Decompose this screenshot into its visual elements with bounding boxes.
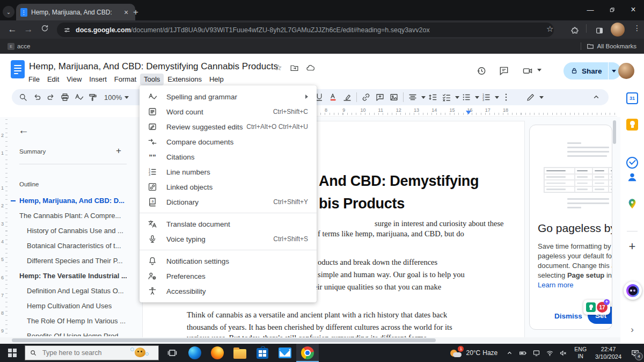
checklist-caret-icon[interactable]	[455, 96, 459, 99]
outline-item[interactable]: Benefits Of Using Hemp Prod...	[27, 332, 124, 336]
menu-item-voice-typing[interactable]: Voice typingCtrl+Shift+S	[140, 231, 317, 247]
star-document-icon[interactable]: ☆	[275, 63, 282, 73]
outline-item[interactable]: Hemp, Marijuana, And CBD: D...	[19, 197, 125, 205]
search-highlights-mascot[interactable]	[135, 347, 145, 357]
align-caret-icon[interactable]	[421, 96, 426, 99]
bookmark-item[interactable]: acce	[17, 43, 30, 49]
vertical-scrollbar-thumb[interactable]	[613, 120, 616, 144]
menu-item-review-suggested-edits[interactable]: Review suggested editsCtrl+Alt+O Ctrl+Al…	[140, 119, 317, 134]
meet-caret-icon[interactable]	[537, 69, 541, 71]
wifi-icon[interactable]	[546, 349, 554, 357]
numbered-list-icon[interactable]: 123	[479, 90, 493, 104]
battery-icon[interactable]	[519, 349, 527, 357]
paint-roller-icon[interactable]	[86, 90, 100, 104]
url-bar[interactable]: docs.google.com/document/d/1JTd8UA9uV93W…	[57, 23, 554, 37]
numbered-caret-icon[interactable]	[495, 96, 499, 99]
menu-item-citations[interactable]: ””Citations	[140, 149, 317, 164]
mail-icon[interactable]	[274, 344, 296, 362]
menu-item-line-numbers[interactable]: 123Line numbers	[140, 164, 317, 179]
align-icon[interactable]	[406, 90, 420, 104]
menu-item-word-count[interactable]: Word countCtrl+Shift+C	[140, 104, 317, 119]
back-icon[interactable]: ←	[4, 24, 20, 35]
lightbulb-extension-icon[interactable]	[586, 302, 596, 312]
reload-icon[interactable]	[36, 24, 53, 35]
highlight-icon[interactable]	[340, 90, 354, 104]
outline-item[interactable]: Botanical Characteristics of t...	[27, 242, 121, 250]
docs-logo-icon[interactable]	[11, 60, 25, 78]
outline-item[interactable]: The Role Of Hemp In Various ...	[27, 317, 126, 325]
menu-item-compare-documents[interactable]: Compare documents	[140, 134, 317, 149]
site-info-icon[interactable]	[63, 26, 71, 34]
all-bookmarks-button[interactable]: All Bookmarks	[597, 43, 637, 49]
taskbar-search-box[interactable]	[25, 345, 159, 360]
undo-icon[interactable]	[30, 90, 44, 104]
window-minimize-button[interactable]: —	[580, 0, 601, 19]
collapse-panel-chevron-icon[interactable]: ›	[626, 324, 638, 336]
menu-file[interactable]: File	[25, 74, 43, 85]
search-icon[interactable]	[16, 90, 30, 104]
new-tab-button[interactable]: +	[133, 8, 138, 17]
extensions-icon[interactable]	[568, 24, 582, 38]
editing-mode-caret-icon[interactable]	[539, 96, 544, 99]
add-comment-icon[interactable]	[373, 90, 387, 104]
dismiss-button[interactable]: Dismiss	[554, 312, 582, 320]
contacts-icon[interactable]	[626, 171, 638, 183]
text-color-icon[interactable]	[326, 90, 340, 104]
redo-icon[interactable]	[44, 90, 58, 104]
ms-store-icon[interactable]	[251, 344, 274, 362]
browser-tab[interactable]: Hemp, Marijuana, And CBD: De ×	[16, 4, 135, 20]
chrome-icon[interactable]	[296, 344, 319, 362]
bullets-caret-icon[interactable]	[475, 96, 479, 99]
cloud-status-icon[interactable]	[306, 63, 315, 73]
taskbar-clock[interactable]: 22:473/10/2024	[595, 345, 621, 361]
version-history-icon[interactable]	[474, 64, 488, 78]
edge-icon[interactable]	[184, 344, 206, 362]
move-folder-icon[interactable]	[290, 63, 299, 73]
menu-edit[interactable]: Edit	[43, 74, 63, 85]
hidden-icons-chevron-icon[interactable]	[506, 349, 514, 357]
task-view-icon[interactable]	[161, 344, 184, 362]
volume-muted-icon[interactable]	[559, 349, 567, 357]
weather-temp[interactable]: 20°C	[466, 349, 480, 357]
document-title[interactable]: Hemp, Marijuana, And CBD: Demystifying C…	[29, 61, 278, 72]
assistant-bubble-icon[interactable]	[624, 281, 642, 300]
menu-item-notification-settings[interactable]: Notification settings	[140, 254, 317, 269]
outline-item[interactable]: Definition And Legal Status O...	[27, 287, 124, 295]
meet-video-icon[interactable]	[521, 64, 535, 78]
menu-item-translate-document[interactable]: Translate document	[140, 216, 317, 231]
learn-more-link[interactable]: Learn more	[538, 281, 573, 289]
side-panel-icon[interactable]	[592, 24, 606, 38]
start-button[interactable]	[0, 344, 25, 362]
menu-item-linked-objects[interactable]: Linked objects	[140, 179, 317, 194]
link-icon[interactable]	[359, 90, 373, 104]
browser-menu-dots-icon[interactable]: ⋮	[633, 24, 641, 32]
firefox-icon[interactable]	[206, 344, 229, 362]
docs-profile-avatar[interactable]	[618, 63, 634, 79]
file-explorer-icon[interactable]	[229, 344, 251, 362]
keep-icon[interactable]	[626, 119, 638, 131]
menu-view[interactable]: View	[63, 74, 85, 85]
menu-format[interactable]: Format	[111, 74, 140, 85]
language-indicator[interactable]: ENGIN	[574, 346, 587, 360]
menu-tools[interactable]: Tools	[140, 74, 164, 85]
menu-item-accessibility[interactable]: Accessibility	[140, 284, 317, 299]
zoom-caret-icon[interactable]	[125, 96, 129, 99]
indent-marker[interactable]	[466, 111, 471, 114]
outline-item[interactable]: Different Species and Their P...	[27, 257, 123, 265]
browser-profile-avatar[interactable]	[611, 23, 625, 37]
spellcheck-icon[interactable]	[72, 90, 86, 104]
menu-insert[interactable]: Insert	[85, 74, 111, 85]
window-restore-button[interactable]	[601, 0, 623, 19]
pen-icon[interactable]	[524, 90, 538, 104]
share-caret-icon[interactable]	[612, 70, 616, 73]
zoom-select[interactable]: 100%	[104, 93, 122, 102]
outline-item[interactable]: Hemp: The Versatile Industrial ...	[19, 272, 127, 280]
menu-help[interactable]: Help	[206, 74, 228, 85]
share-button[interactable]: Share	[564, 62, 621, 79]
more-vert-icon[interactable]	[499, 90, 513, 104]
horizontal-scrollbar-thumb[interactable]	[12, 338, 436, 342]
bulleted-list-icon[interactable]	[459, 90, 473, 104]
print-icon[interactable]	[58, 90, 72, 104]
weather-condition[interactable]: Haze	[482, 349, 497, 357]
outline-item[interactable]: Hemp Cultivation And Uses	[27, 302, 112, 310]
